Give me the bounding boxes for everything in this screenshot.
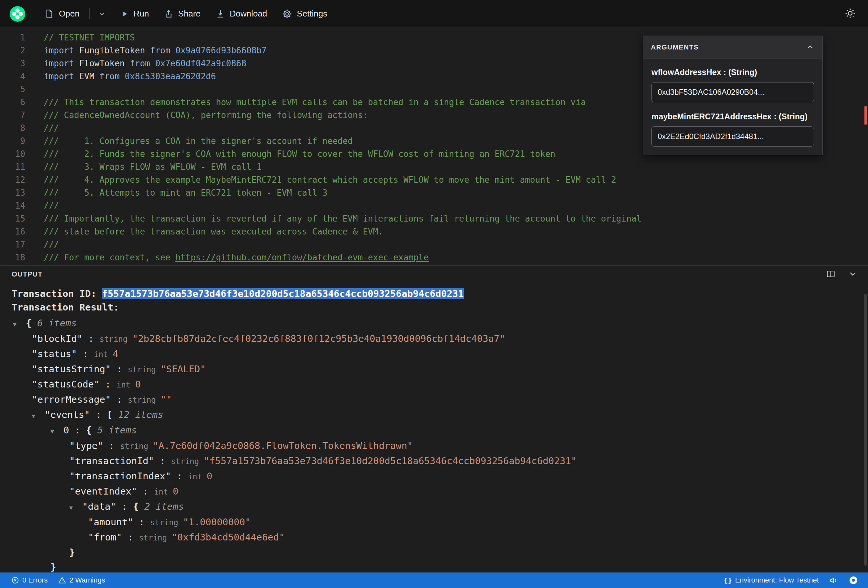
- line-number: 15: [0, 212, 25, 225]
- code-token: /// This transaction demonstrates how mu…: [44, 97, 586, 107]
- output-panel: OUTPUT Transaction ID: f557a1573b76aa53e…: [0, 265, 868, 572]
- json-type: string: [120, 442, 153, 451]
- json-colon: :: [111, 394, 127, 405]
- json-item-count: 2 items: [144, 501, 184, 512]
- tree-toggle-icon[interactable]: ▼: [69, 500, 82, 515]
- json-value: "A.7e60df042a9c0868.FlowToken.TokensWith…: [153, 440, 413, 451]
- code-token: from: [99, 71, 125, 81]
- json-type: string: [171, 457, 204, 466]
- code-line[interactable]: 15/// Importantly, the transaction is re…: [0, 212, 868, 225]
- code-line[interactable]: 18/// For more context, see https://gith…: [0, 251, 868, 264]
- json-type: int: [154, 488, 173, 497]
- tree-toggle-icon[interactable]: ▼: [32, 408, 45, 423]
- toolbar: Open Run Share Download: [0, 0, 868, 28]
- json-value: 0: [207, 471, 212, 482]
- code-link[interactable]: https://github.com/onflow/batched-evm-ex…: [176, 253, 429, 262]
- run-button[interactable]: Run: [114, 6, 154, 22]
- json-tree-row: "eventIndex" : int 0: [0, 484, 868, 500]
- json-tree-row: ▼{ 6 items: [0, 316, 868, 332]
- code-line-text: /// CadenceOwnedAccount (COA), performin…: [44, 109, 368, 122]
- json-value: 0: [173, 486, 178, 497]
- line-number: 10: [0, 147, 25, 161]
- code-line[interactable]: 16/// state before the transaction was e…: [0, 225, 868, 238]
- share-button[interactable]: Share: [159, 6, 205, 22]
- errors-status-button[interactable]: 0 Errors: [7, 572, 52, 588]
- json-tree-row: }: [0, 545, 868, 560]
- code-line[interactable]: 11/// 3. Wraps FLOW as WFLOW - EVM call …: [0, 161, 868, 173]
- help-chat-button[interactable]: [845, 572, 862, 588]
- code-line-text: /// 5. Attempts to mint an ERC721 token …: [44, 186, 328, 199]
- arguments-panel-header[interactable]: ARGUMENTS: [643, 36, 822, 59]
- code-token: import: [44, 46, 79, 55]
- json-key: "from": [88, 532, 122, 543]
- json-colon: :: [77, 348, 94, 359]
- settings-button-label: Settings: [297, 9, 327, 19]
- argument-input-wflowAddressHex[interactable]: [651, 82, 814, 102]
- code-token: EVM: [79, 71, 100, 81]
- open-button[interactable]: Open: [39, 6, 85, 22]
- code-token: /// 3. Wraps FLOW as WFLOW - EVM call 1: [44, 162, 261, 172]
- code-token: /// CadenceOwnedAccount (COA), performin…: [44, 110, 368, 120]
- json-tree-row: }: [0, 560, 868, 572]
- code-line-text: ///: [44, 122, 59, 134]
- argument-input-maybeMintERC721AddressHex[interactable]: [651, 127, 814, 146]
- theme-toggle-button[interactable]: [842, 5, 858, 22]
- tree-toggle-icon[interactable]: ▼: [50, 424, 63, 439]
- open-dropdown-button[interactable]: [94, 6, 110, 22]
- open-file-icon: [44, 9, 55, 19]
- code-token: 0x8c5303eaa26202d6: [125, 71, 216, 81]
- code-token: 0x9a0766d93b6608b7: [176, 46, 267, 55]
- code-line[interactable]: 12/// 4. Approves the example MaybeMintE…: [0, 173, 868, 186]
- json-brace: {: [26, 318, 37, 329]
- json-tree-row: ▼"data" : { 2 items: [0, 500, 868, 515]
- json-tree-row: "statusCode" : int 0: [0, 377, 868, 392]
- json-tree-row: "amount" : string "1.00000000": [0, 515, 868, 530]
- transaction-result-label: Transaction Result:: [0, 301, 868, 314]
- code-line[interactable]: 13/// 5. Attempts to mint an ERC721 toke…: [0, 186, 868, 199]
- json-key: "statusString": [32, 364, 111, 374]
- json-tree-row: "from" : string "0xfd3b4cd50d44e6ed": [0, 530, 868, 545]
- json-key: 0: [63, 425, 69, 436]
- collapse-output-button[interactable]: [847, 268, 858, 280]
- output-scrollbar[interactable]: [864, 294, 867, 566]
- json-tree-row: "status" : int 4: [0, 347, 868, 362]
- line-number: 16: [0, 225, 25, 238]
- json-tree-row: "errorMessage" : string "": [0, 392, 868, 408]
- code-token: /// 2. Funds the signer's COA with enoug…: [44, 149, 555, 159]
- feedback-button[interactable]: [825, 572, 842, 588]
- code-editor[interactable]: 1// TESTNET IMPORTS2import FungibleToken…: [0, 28, 868, 265]
- share-icon: [164, 9, 173, 19]
- json-item-count: 5 items: [97, 425, 137, 436]
- json-type: int: [117, 380, 135, 389]
- download-button[interactable]: Download: [210, 6, 273, 22]
- transaction-id-label: Transaction ID:: [12, 288, 102, 299]
- settings-button[interactable]: Settings: [277, 6, 332, 22]
- output-body[interactable]: Transaction ID: f557a1573b76aa53e73d46f3…: [0, 287, 868, 572]
- warnings-status-button[interactable]: 2 Warnings: [54, 572, 109, 588]
- transaction-id-line: Transaction ID: f557a1573b76aa53e73d46f3…: [0, 287, 868, 301]
- arguments-title: ARGUMENTS: [651, 43, 699, 51]
- environment-status-button[interactable]: {} Environment: Flow Testnet: [720, 572, 823, 588]
- chevron-up-icon: [806, 43, 815, 52]
- line-number: 5: [0, 83, 25, 96]
- warning-triangle-icon: [58, 576, 66, 584]
- split-panel-button[interactable]: [825, 268, 836, 280]
- json-key: "amount": [88, 517, 133, 528]
- flow-logo-icon[interactable]: [10, 6, 25, 22]
- code-line[interactable]: 17///: [0, 238, 868, 251]
- tree-toggle-icon[interactable]: ▼: [13, 317, 26, 332]
- flow-playground-app: Open Run Share Download: [0, 0, 868, 588]
- json-value: "0xfd3b4cd50d44e6ed": [171, 532, 285, 543]
- code-line-text: /// 1. Configures a COA in the signer's …: [44, 134, 353, 147]
- code-token: /// For more context, see: [44, 253, 176, 262]
- json-value: "1.00000000": [183, 517, 251, 528]
- json-brace: }: [50, 561, 56, 572]
- code-line-text: import FlowToken from 0x7e60df042a9c0868: [44, 57, 246, 70]
- code-line[interactable]: 14///: [0, 199, 868, 212]
- json-type: string: [139, 533, 171, 542]
- json-key: "transactionId": [69, 455, 154, 466]
- json-brace: {: [133, 501, 144, 512]
- line-number: 1: [0, 31, 25, 44]
- run-play-icon: [120, 9, 129, 19]
- arguments-body: wflowAddressHex : (String) maybeMintERC7…: [643, 59, 822, 155]
